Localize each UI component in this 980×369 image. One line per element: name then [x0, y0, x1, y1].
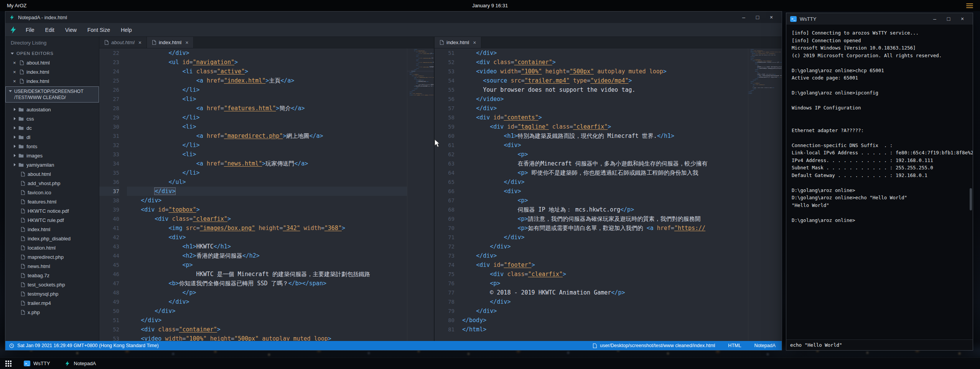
tree-file-item[interactable]: features.html — [5, 197, 99, 206]
tree-file-item[interactable]: index.html — [5, 225, 99, 234]
code-line[interactable]: </ul> — [127, 177, 407, 187]
code-line[interactable]: 伺服器 IP 地址為： mcs.hkwtc.org</p> — [462, 205, 748, 214]
code-line[interactable]: <p> — [462, 279, 748, 288]
open-editors-section[interactable]: OPEN EDITORS — [5, 49, 99, 58]
code-line[interactable]: © 2018 - 2019 HKWTC Animation Gamer</p> — [462, 288, 748, 297]
minimize-button[interactable]: – — [737, 13, 750, 22]
code-line[interactable]: </div> — [462, 251, 748, 260]
menu-file[interactable]: File — [21, 24, 40, 36]
tree-folder-item[interactable]: dc — [5, 123, 99, 132]
code-line[interactable]: <div> — [462, 187, 748, 196]
code-line[interactable]: <div> — [462, 141, 748, 150]
code-line[interactable]: <li> — [127, 94, 407, 104]
code-line[interactable]: HKWTC 是一個 Minecraft 的建築伺服器，主要建築計劃包括鐵路 — [127, 270, 407, 279]
tree-folder-item[interactable]: css — [5, 114, 99, 123]
terminal-scrollbar[interactable] — [970, 188, 972, 210]
code-line[interactable]: </li> — [127, 141, 407, 150]
code-line[interactable]: </li> — [127, 85, 407, 94]
code-line[interactable]: <h1>HKWTC</h1> — [127, 242, 407, 251]
status-language-mode[interactable]: HTML — [728, 343, 741, 348]
tree-folder-item[interactable]: dl — [5, 132, 99, 142]
tree-file-item[interactable]: HKWTC rule.pdf — [5, 215, 99, 225]
menu-view[interactable]: View — [60, 24, 82, 36]
menu-help[interactable]: Help — [116, 24, 137, 36]
code-line[interactable]: <a href="news.html">玩家傳送門</a> — [127, 159, 407, 168]
taskbar-item-notepada[interactable]: NotepadA — [60, 358, 100, 369]
code-line[interactable]: </div> — [462, 233, 748, 242]
code-line[interactable]: <ul id="navigation"> — [127, 58, 407, 67]
code-line[interactable]: <b>你知道我們全條伺服器已轉用 SSD 了嗎？</b></span> — [127, 279, 407, 288]
minimize-button[interactable]: – — [928, 14, 941, 23]
code-line[interactable]: </div> — [462, 306, 748, 316]
code-area[interactable]: </div> <div class="container"> <video wi… — [748, 48, 782, 94]
tree-file-item[interactable]: testmysql.php — [5, 289, 99, 298]
terminal-input[interactable]: echo "Hello World" — [786, 339, 973, 350]
code-line[interactable]: <div id="tagline" class="clearfix"> — [462, 122, 748, 131]
tree-file-item[interactable]: favicon.ico — [5, 188, 99, 197]
menu-font-size[interactable]: Font Size — [82, 24, 115, 36]
code-line[interactable]: <source src="trailer.mp4" type="video/mp… — [462, 76, 748, 85]
close-button[interactable]: × — [956, 14, 969, 23]
code-line[interactable]: <div id="contents"> — [462, 113, 748, 122]
code-line[interactable]: <a href="features.html">簡介</a> — [127, 104, 407, 113]
open-editor-item[interactable]: ×index.html — [5, 76, 99, 86]
tree-file-item[interactable]: trailer.mp4 — [5, 298, 99, 308]
taskbar-item-wstty[interactable]: >_ WsTTY — [19, 358, 54, 369]
code-line[interactable]: <div class="container"> — [462, 58, 748, 67]
code-line[interactable]: <div class="container"> — [127, 325, 407, 334]
wstty-titlebar[interactable]: >_ WsTTY – □ × — [786, 13, 973, 25]
code-line[interactable]: </div> — [127, 187, 407, 196]
code-line[interactable]: <h1>特別為建築及鐵路而設，現代化的 Minecraft 世界.</h1> — [462, 131, 748, 141]
code-line[interactable]: <p> — [462, 196, 748, 205]
open-editor-item[interactable]: ×about.html — [5, 58, 99, 67]
minimap[interactable]: </div> <ul id="navigation"> <li class="a… — [407, 48, 434, 341]
minimap[interactable]: </div> <div class="container"> <video wi… — [748, 48, 782, 341]
workspace-folder[interactable]: USER/DESKTOP/SCREENSHOT /TEST/WWW CLEANE… — [5, 86, 99, 103]
terminal-output[interactable]: [info] Connecting to arozos WsTTY servic… — [786, 25, 973, 339]
code-line[interactable]: <div> — [127, 233, 407, 242]
tree-folder-item[interactable]: images — [5, 151, 99, 160]
close-tab-icon[interactable]: × — [185, 40, 188, 46]
apps-grid-icon[interactable] — [5, 361, 12, 367]
code-line[interactable]: <a href="mapredirect.php">網上地圖</a> — [127, 131, 407, 141]
code-line[interactable]: <div class="clearfix"> — [462, 270, 748, 279]
code-line[interactable]: </p> — [127, 288, 407, 297]
notepada-titlebar[interactable]: NotepadA - index.html – □ × — [5, 12, 782, 23]
code-area[interactable]: </div> <ul id="navigation"> <li class="a… — [127, 48, 407, 341]
code-line[interactable]: <p> 即使你不是建築師，你也能透過紅石師或鐵路工程師的身份加入我 — [462, 168, 748, 177]
editor-tab[interactable]: index.html× — [147, 37, 194, 48]
code-line[interactable]: <p>請注意，我們的伺服器為確保玩家及遊玩時的質素，我們對的服務開 — [462, 214, 748, 223]
editor-tab[interactable]: about.html× — [99, 37, 147, 48]
tree-folder-item[interactable]: fonts — [5, 142, 99, 151]
tree-file-item[interactable]: mapredirect.php — [5, 252, 99, 261]
tree-folder-item[interactable]: autostation — [5, 105, 99, 114]
close-tab-icon[interactable]: × — [473, 40, 476, 46]
code-line[interactable]: <div id="footer"> — [462, 260, 748, 270]
tree-file-item[interactable]: add_vhost.php — [5, 179, 99, 188]
tree-folder-item[interactable]: yamiyamilan — [5, 160, 99, 169]
close-editor-icon[interactable]: × — [13, 60, 17, 66]
code-line[interactable]: </div> — [127, 196, 407, 205]
tree-file-item[interactable]: news.html — [5, 261, 99, 271]
code-line[interactable]: </li> — [127, 168, 407, 177]
code-line[interactable]: </div> — [462, 242, 748, 251]
code-line[interactable]: </div> — [462, 104, 748, 113]
code-line[interactable]: <p>如有問題或需要申請白名單，歡迎加入我們的 <a href="https:/… — [462, 223, 748, 233]
code-line[interactable]: <li> — [127, 122, 407, 131]
tree-file-item[interactable]: HKWTC notice.pdf — [5, 206, 99, 215]
editor-tab[interactable]: index.html× — [435, 37, 481, 48]
code-line[interactable]: <div class="clearfix"> — [127, 214, 407, 223]
code-line[interactable]: </div> — [127, 48, 407, 58]
code-area[interactable]: </div> <div class="container"> <video wi… — [462, 48, 748, 341]
code-line[interactable]: </html> — [462, 325, 748, 334]
code-area[interactable]: </div> <ul id="navigation"> <li class="a… — [407, 48, 434, 96]
code-line[interactable]: 在香港的Minecraft 伺服器中，多為小遊戲和純生存的伺服器，較少擁有 — [462, 159, 748, 168]
code-line[interactable]: <video width="100%" height="500px" autop… — [462, 67, 748, 76]
code-line[interactable]: <h2>香港的建築伺服器</h2> — [127, 251, 407, 260]
code-line[interactable]: </li> — [127, 113, 407, 122]
tree-file-item[interactable]: location.html — [5, 243, 99, 252]
close-tab-icon[interactable]: × — [138, 40, 142, 46]
code-line[interactable]: <img src="images/box.png" height="342" w… — [127, 223, 407, 233]
hamburger-menu-icon[interactable] — [966, 3, 973, 8]
code-line[interactable]: <div id="topbox"> — [127, 205, 407, 214]
